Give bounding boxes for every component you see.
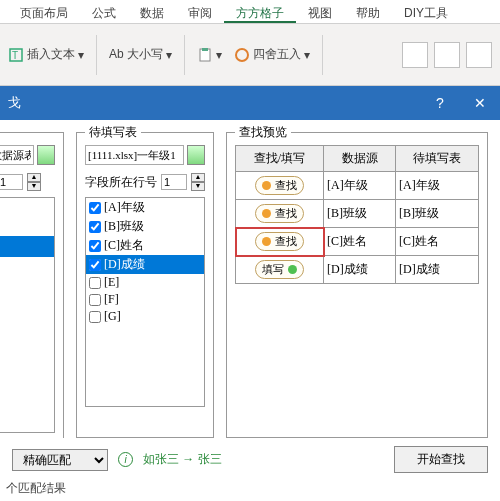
fill-pill[interactable]: 填写	[255, 260, 304, 279]
bottom-bar: 精确匹配 i 如张三 → 张三 开始查找	[0, 442, 500, 477]
target-check-item[interactable]: [A]年级	[86, 198, 204, 217]
dialog-titlebar: 戈 ? ✕	[0, 86, 500, 120]
grid-icon-1[interactable]	[402, 42, 428, 68]
tab-view[interactable]: 视图	[296, 2, 344, 23]
info-icon[interactable]: i	[118, 452, 133, 467]
tab-diy[interactable]: DIY工具	[392, 2, 460, 23]
round-icon	[234, 47, 250, 63]
dropdown-icon: ▾	[166, 48, 172, 62]
preview-panel-label: 查找预览	[235, 124, 291, 141]
dialog-title: 戈	[8, 94, 21, 112]
target-check-item[interactable]: [C]姓名	[86, 236, 204, 255]
check-label: [A]年级	[104, 199, 145, 216]
target-check-item[interactable]: [B]班级	[86, 217, 204, 236]
dropdown-icon: ▾	[78, 48, 84, 62]
grid-icon-3[interactable]	[466, 42, 492, 68]
target-check-item[interactable]: [F]	[86, 291, 204, 308]
dropdown-icon: ▾	[304, 48, 310, 62]
preview-row: 查找[C]姓名[C]姓名	[236, 228, 479, 256]
checkbox[interactable]	[89, 294, 101, 306]
source-row-spinner[interactable]: ▲▼	[27, 173, 41, 191]
tab-ffgz[interactable]: 方方格子	[224, 2, 296, 23]
preview-table: 查找/填写 数据源 待填写表 查找[A]年级[A]年级查找[B]班级[B]班级查…	[235, 145, 479, 284]
case-button[interactable]: Ab 大小写▾	[109, 46, 172, 63]
tab-formula[interactable]: 公式	[80, 2, 128, 23]
target-check-item[interactable]: [E]	[86, 274, 204, 291]
round-label: 四舍五入	[253, 46, 301, 63]
grid-icon-2[interactable]	[434, 42, 460, 68]
ribbon-tabs: 页面布局 公式 数据 审阅 方方格子 视图 帮助 DIY工具	[0, 0, 500, 24]
match-mode-select[interactable]: 精确匹配	[12, 449, 108, 471]
close-button[interactable]: ✕	[460, 86, 500, 120]
source-panel: 号 ▲▼ 号	[0, 132, 64, 438]
clipboard-button[interactable]: ▾	[197, 47, 222, 63]
source-listbox[interactable]: 号	[0, 197, 55, 433]
checkbox[interactable]	[89, 202, 101, 214]
source-file-picker[interactable]	[37, 145, 55, 165]
case-label: Ab 大小写	[109, 46, 163, 63]
checkbox[interactable]	[89, 311, 101, 323]
preview-panel: 查找预览 查找/填写 数据源 待填写表 查找[A]年级[A]年级查找[B]班级[…	[226, 132, 488, 438]
tab-layout[interactable]: 页面布局	[8, 2, 80, 23]
target-listbox[interactable]: [A]年级[B]班级[C]姓名[D]成绩[E][F][G]	[85, 197, 205, 407]
tab-help[interactable]: 帮助	[344, 2, 392, 23]
footer-text: 个匹配结果	[6, 480, 66, 497]
check-label: [D]成绩	[104, 256, 145, 273]
check-label: [G]	[104, 309, 121, 324]
target-file-picker[interactable]	[187, 145, 205, 165]
clipboard-icon	[197, 47, 213, 63]
target-check-item[interactable]: [D]成绩	[86, 255, 204, 274]
checkbox[interactable]	[89, 277, 101, 289]
preview-th-2: 数据源	[324, 146, 396, 172]
target-file-input[interactable]	[85, 145, 184, 165]
source-file-input[interactable]	[0, 145, 34, 165]
insert-text-button[interactable]: T 插入文本▾	[8, 46, 84, 63]
tab-data[interactable]: 数据	[128, 2, 176, 23]
check-label: [C]姓名	[104, 237, 144, 254]
svg-text:T: T	[12, 50, 18, 61]
source-row-input[interactable]	[0, 174, 23, 190]
text-icon: T	[8, 47, 24, 63]
preview-th-1: 查找/填写	[236, 146, 324, 172]
lookup-pill[interactable]: 查找	[255, 232, 304, 251]
preview-row: 填写[D]成绩[D]成绩	[236, 256, 479, 284]
start-lookup-button[interactable]: 开始查找	[394, 446, 488, 473]
checkbox[interactable]	[89, 221, 101, 233]
ribbon-toolbar: T 插入文本▾ Ab 大小写▾ ▾ 四舍五入▾	[0, 24, 500, 86]
target-row-input[interactable]	[161, 174, 187, 190]
target-panel-label: 待填写表	[85, 124, 141, 141]
check-label: [F]	[104, 292, 119, 307]
check-label: [E]	[104, 275, 119, 290]
round-button[interactable]: 四舍五入▾	[234, 46, 310, 63]
source-list-item-sel[interactable]: 号	[0, 236, 54, 257]
preview-row: 查找[B]班级[B]班级	[236, 200, 479, 228]
match-example: 如张三 → 张三	[143, 451, 222, 468]
checkbox[interactable]	[89, 259, 101, 271]
checkbox[interactable]	[89, 240, 101, 252]
tab-review[interactable]: 审阅	[176, 2, 224, 23]
lookup-pill[interactable]: 查找	[255, 176, 304, 195]
insert-text-label: 插入文本	[27, 46, 75, 63]
help-button[interactable]: ?	[420, 86, 460, 120]
preview-th-3: 待填写表	[395, 146, 478, 172]
target-panel: 待填写表 字段所在行号 ▲▼ [A]年级[B]班级[C]姓名[D]成绩[E][F…	[76, 132, 214, 438]
target-check-item[interactable]: [G]	[86, 308, 204, 325]
target-row-label: 字段所在行号	[85, 174, 157, 191]
lookup-pill[interactable]: 查找	[255, 204, 304, 223]
dropdown-icon: ▾	[216, 48, 222, 62]
check-label: [B]班级	[104, 218, 144, 235]
preview-row: 查找[A]年级[A]年级	[236, 172, 479, 200]
target-row-spinner[interactable]: ▲▼	[191, 173, 205, 191]
svg-rect-3	[202, 48, 208, 51]
svg-point-4	[236, 49, 248, 61]
